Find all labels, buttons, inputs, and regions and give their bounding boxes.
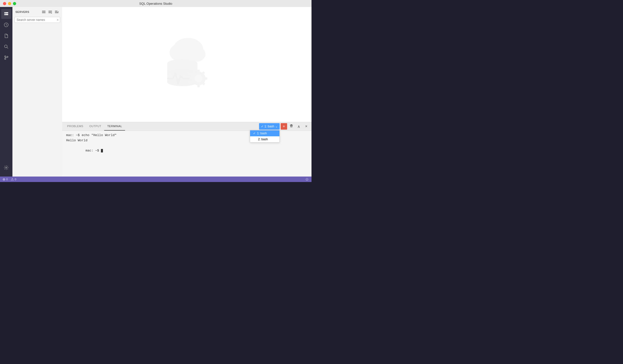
svg-rect-14 xyxy=(55,11,57,12)
activity-bar xyxy=(0,7,12,177)
sidebar-item-history[interactable] xyxy=(1,20,11,30)
tab-terminal[interactable]: TERMINAL xyxy=(104,122,125,131)
app-title: SQL Operations Studio xyxy=(139,2,172,5)
sidebar-item-search[interactable] xyxy=(1,42,11,52)
terminal-cursor xyxy=(101,149,103,152)
panel-right-controls: ✓ 1: bash ⌄ ✓ 1: bash 2: bash xyxy=(259,123,310,130)
svg-rect-12 xyxy=(48,11,52,12)
panel-tabs: PROBLEMS OUTPUT TERMINAL ✓ 1: bash ⌄ ✓ xyxy=(62,122,312,131)
sidebar-item-servers[interactable] xyxy=(1,9,11,19)
delete-terminal-button[interactable] xyxy=(288,123,295,130)
chevron-down-icon: ⌄ xyxy=(275,125,278,128)
settings-button[interactable] xyxy=(1,163,11,173)
close-icon: × xyxy=(305,124,307,129)
terminal-option-2[interactable]: 2: bash xyxy=(250,136,279,142)
window-controls xyxy=(3,2,16,5)
status-bar: ⊗ 0 ⚠ 0 ☺ xyxy=(0,177,312,182)
feedback-icon[interactable]: ☺ xyxy=(305,177,309,181)
svg-point-6 xyxy=(5,56,6,57)
new-connection-button[interactable] xyxy=(41,9,46,14)
svg-point-8 xyxy=(7,56,8,58)
error-count: 0 xyxy=(6,178,8,181)
svg-rect-28 xyxy=(190,77,193,79)
svg-point-9 xyxy=(6,167,7,168)
sidebar-item-files[interactable] xyxy=(1,31,11,41)
collapse-servers-button[interactable] xyxy=(54,9,59,14)
close-panel-button[interactable]: × xyxy=(303,123,310,130)
sidebar-header: SERVERS xyxy=(12,7,62,16)
svg-rect-36 xyxy=(292,126,292,127)
trash-icon xyxy=(290,124,293,129)
tab-problems[interactable]: PROBLEMS xyxy=(64,122,86,131)
status-right: ☺ xyxy=(305,177,309,182)
titlebar: SQL Operations Studio xyxy=(0,0,312,7)
checkmark-icon: ✓ xyxy=(261,125,264,128)
add-server-button[interactable] xyxy=(48,9,53,14)
search-clear-button[interactable]: × xyxy=(57,18,59,22)
svg-rect-2 xyxy=(5,13,5,13)
activity-bar-bottom xyxy=(1,163,11,177)
terminal-current-label: 1: bash xyxy=(265,125,274,128)
bottom-panel: PROBLEMS OUTPUT TERMINAL ✓ 1: bash ⌄ ✓ xyxy=(62,122,312,177)
app-body: SERVERS xyxy=(0,7,312,177)
maximize-window-button[interactable] xyxy=(13,2,16,5)
svg-rect-35 xyxy=(291,126,291,127)
warning-icon: ⚠ xyxy=(11,177,14,181)
error-icon: ⊗ xyxy=(2,177,5,181)
terminal-option-1[interactable]: ✓ 1: bash xyxy=(250,130,279,136)
status-warnings[interactable]: ⚠ 0 xyxy=(11,177,16,181)
svg-rect-25 xyxy=(197,70,200,73)
editor-area xyxy=(62,7,312,122)
sidebar-actions xyxy=(41,9,59,14)
chevron-up-icon: ∧ xyxy=(297,124,300,129)
svg-point-24 xyxy=(194,74,202,82)
search-box: × xyxy=(14,17,60,23)
logo-watermark xyxy=(152,30,222,99)
minimize-window-button[interactable] xyxy=(8,2,11,5)
close-window-button[interactable] xyxy=(3,2,6,5)
svg-point-5 xyxy=(4,45,7,48)
search-input[interactable] xyxy=(14,17,60,23)
terminal-line-3: mac: ~$ xyxy=(66,143,308,159)
svg-rect-26 xyxy=(197,83,200,87)
main-content: PROBLEMS OUTPUT TERMINAL ✓ 1: bash ⌄ ✓ xyxy=(62,7,312,177)
svg-rect-15 xyxy=(55,12,58,13)
selected-checkmark: ✓ xyxy=(253,132,256,135)
warning-count: 0 xyxy=(15,178,16,181)
add-terminal-button[interactable]: + xyxy=(281,123,287,130)
svg-rect-33 xyxy=(290,125,293,125)
plus-icon: + xyxy=(283,124,285,129)
collapse-panel-button[interactable]: ∧ xyxy=(296,123,302,130)
tab-output[interactable]: OUTPUT xyxy=(86,122,104,131)
sidebar: SERVERS xyxy=(12,7,62,177)
svg-rect-10 xyxy=(42,11,45,12)
svg-rect-3 xyxy=(5,14,5,15)
terminal-select-button[interactable]: ✓ 1: bash ⌄ xyxy=(259,123,280,130)
terminal-selector[interactable]: ✓ 1: bash ⌄ ✓ 1: bash 2: bash xyxy=(259,123,280,130)
svg-rect-11 xyxy=(42,12,45,13)
status-left: ⊗ 0 ⚠ 0 xyxy=(2,177,16,181)
svg-point-7 xyxy=(5,58,6,60)
svg-rect-34 xyxy=(291,124,292,125)
sidebar-title: SERVERS xyxy=(15,10,29,13)
svg-rect-13 xyxy=(48,12,51,13)
svg-point-18 xyxy=(187,46,206,62)
svg-rect-27 xyxy=(204,77,207,79)
sidebar-item-git[interactable] xyxy=(1,53,11,63)
terminal-dropdown: ✓ 1: bash 2: bash xyxy=(250,130,280,143)
status-errors[interactable]: ⊗ 0 xyxy=(2,177,8,181)
